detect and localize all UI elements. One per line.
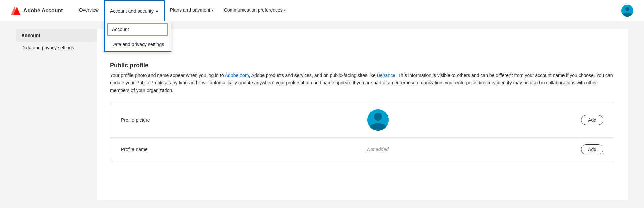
communication-chevron-icon: ▾ — [284, 8, 286, 12]
sidebar-item-data-privacy[interactable]: Data and privacy settings — [16, 42, 97, 54]
sidebar-item-account[interactable]: Account — [16, 29, 97, 42]
profile-name-not-added: Not added — [367, 147, 389, 152]
profile-picture-avatar — [367, 109, 389, 131]
add-name-button[interactable]: Add — [581, 144, 603, 154]
page-title: Account — [110, 40, 614, 53]
top-navigation: Adobe Account Overview Account and secur… — [0, 0, 644, 21]
user-avatar[interactable] — [621, 5, 633, 17]
nav-account-security-label: Account and security — [110, 8, 154, 14]
profile-picture-value — [175, 109, 581, 131]
nav-overview[interactable]: Overview — [74, 0, 104, 21]
profile-picture-row: Profile picture Add — [110, 102, 614, 138]
nav-communication[interactable]: Communication preferences ▾ — [219, 0, 291, 21]
profile-name-row: Profile name Not added Add — [110, 138, 614, 161]
profile-name-label: Profile name — [121, 147, 175, 152]
public-profile-description: Your profile photo and name appear when … — [110, 72, 614, 94]
sidebar: Account Data and privacy settings — [16, 29, 97, 200]
plans-payment-chevron-icon: ▾ — [212, 8, 213, 12]
svg-point-3 — [625, 7, 629, 11]
adobe-logo-icon — [11, 7, 21, 15]
account-security-chevron-icon: ▲ — [155, 9, 159, 13]
nav-items: Overview Account and security ▲ Account … — [74, 0, 621, 21]
profile-name-action: Add — [581, 144, 603, 154]
nav-plans-payment[interactable]: Plans and payment ▾ — [165, 0, 219, 21]
behance-link[interactable]: Behance — [377, 73, 395, 78]
profile-card: Profile picture Add Profile nam — [110, 102, 614, 161]
nav-account-security-wrapper: Account and security ▲ Account Data and … — [104, 0, 165, 21]
page-wrapper: Account Data and privacy settings Accoun… — [0, 21, 644, 208]
svg-point-5 — [374, 113, 382, 121]
adobe-logo-link[interactable]: Adobe Account — [11, 7, 63, 15]
main-content: Account Public profile Your profile phot… — [97, 29, 628, 200]
dropdown-data-privacy[interactable]: Data and privacy settings — [105, 38, 171, 51]
account-security-dropdown: Account Data and privacy settings — [104, 21, 171, 52]
adobe-com-link[interactable]: Adobe.com — [225, 73, 249, 78]
nav-right — [621, 5, 633, 17]
profile-picture-label: Profile picture — [121, 117, 175, 123]
profile-picture-action: Add — [581, 115, 603, 125]
public-profile-title: Public profile — [110, 62, 614, 69]
add-picture-button[interactable]: Add — [581, 115, 603, 125]
nav-account-security[interactable]: Account and security ▲ — [104, 0, 165, 21]
profile-name-value: Not added — [175, 147, 581, 152]
brand-name: Adobe Account — [23, 8, 63, 14]
dropdown-account[interactable]: Account — [107, 23, 168, 36]
